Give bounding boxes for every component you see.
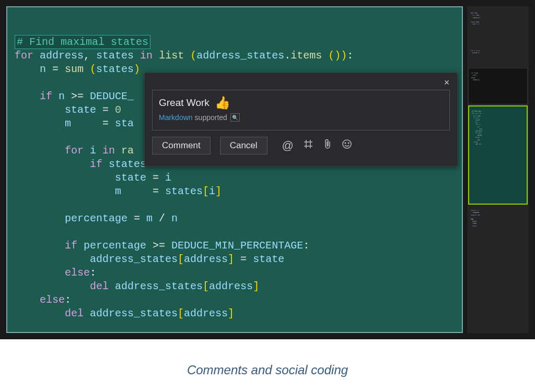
hash-icon[interactable] (303, 139, 313, 152)
minimap[interactable]: def foo x = bar return x class Baz val =… (467, 6, 529, 333)
figure-caption: Comments and social coding (0, 363, 535, 377)
code-editor[interactable]: # Find maximal states for address, state… (6, 6, 463, 333)
comment-dialog: × Great Work 👍 Markdown supported 🔍 Comm… (144, 73, 458, 167)
minimap-segment: def foo x = bar return x class Baz val =… (468, 8, 528, 45)
cancel-button[interactable]: Cancel (220, 137, 268, 155)
markdown-link[interactable]: Markdown (159, 113, 193, 122)
minimap-viewport[interactable]: # Find max for a,s in n = sum if n>= st=… (468, 105, 528, 205)
code-content: # Find maximal states for address, state… (15, 22, 455, 320)
svg-point-4 (343, 140, 351, 148)
close-icon[interactable]: × (441, 77, 452, 88)
comment-line: # Find maximal states (15, 35, 150, 49)
ide-screenshot: # Find maximal states for address, state… (0, 0, 535, 339)
svg-point-6 (348, 142, 349, 144)
comment-value: Great Work (159, 97, 210, 109)
attachment-icon[interactable] (323, 138, 332, 153)
comment-button[interactable]: Comment (152, 137, 211, 155)
supported-label: supported (195, 113, 227, 122)
preview-icon[interactable]: 🔍 (230, 113, 240, 122)
comment-text-line: Great Work 👍 (159, 96, 443, 110)
markdown-hint: Markdown supported 🔍 (159, 113, 443, 122)
dialog-actions: Comment Cancel @ (152, 137, 450, 155)
minimap-segment: result = compute return res END more cod… (468, 206, 528, 279)
minimap-segment: if cond do() else other() (468, 68, 528, 104)
minimap-segment: for k in d print k (468, 46, 528, 67)
emoji-icon[interactable] (342, 139, 352, 152)
thumbs-up-icon: 👍 (215, 96, 230, 110)
mention-icon[interactable]: @ (282, 139, 294, 152)
comment-input[interactable]: Great Work 👍 Markdown supported 🔍 (152, 90, 450, 130)
svg-point-5 (345, 142, 346, 144)
